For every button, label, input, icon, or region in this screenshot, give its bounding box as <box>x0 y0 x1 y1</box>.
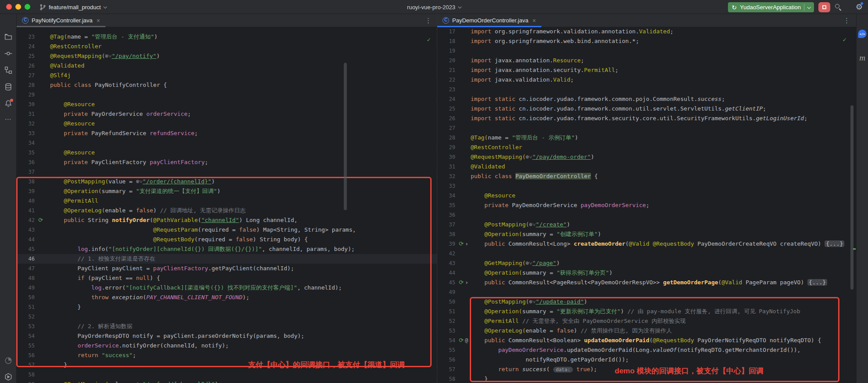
code-line[interactable]: 43 @GetMapping(⊕˅"/page") <box>437 258 856 268</box>
code-line[interactable]: 19 <box>437 46 856 56</box>
code-line[interactable]: 45 log.info("[notifyOrder][channelId({})… <box>17 244 437 254</box>
commit-icon[interactable] <box>4 50 12 57</box>
tab-paynotifycontroller[interactable]: C PayNotifyController.java × <box>17 14 105 27</box>
code-line[interactable]: 58 <box>17 370 437 379</box>
code-line[interactable]: 23 <box>437 85 856 94</box>
project-selector[interactable]: ruoyi-vue-pro-2023 <box>407 2 461 12</box>
notifications-icon[interactable] <box>4 100 12 107</box>
code-line[interactable]: 35 private PayDemoOrderService payDemoOr… <box>437 200 856 210</box>
scrollbar-thumb[interactable] <box>850 105 854 290</box>
code-line[interactable]: 18import org.springframework.web.bind.an… <box>437 36 856 46</box>
code-line[interactable]: 24@RestController <box>17 42 437 51</box>
code-line[interactable]: 51 @Operation(summary = "更新示例订单为已支付") //… <box>437 307 856 316</box>
code-line[interactable]: 52 <box>17 312 437 322</box>
fold-icon[interactable]: › <box>465 239 468 249</box>
code-line[interactable]: 46 // 1. 校验支付渠道是否存在 <box>17 254 437 264</box>
code-line[interactable]: 25@RequestMapping(⊕˅"/pay/notify") <box>17 51 437 61</box>
code-line[interactable]: 28@Tag(name = "管理后台 - 示例订单") <box>437 133 856 143</box>
code-line[interactable]: 59 @PostMapping(value = ⊕˅"/refund/{chan… <box>17 379 437 383</box>
code-line[interactable]: 32public class PayDemoOrderController { <box>437 172 856 181</box>
scrollbar-thumb[interactable] <box>344 63 347 210</box>
window-controls[interactable] <box>6 4 30 10</box>
code-line[interactable]: 31@Validated <box>437 162 856 172</box>
code-line[interactable]: 39 @Operation(summary = "支付渠道的统一【支付】回调") <box>17 186 437 196</box>
endpoint-icon[interactable]: ⟳ <box>459 278 464 287</box>
profiler-icon[interactable] <box>4 357 12 365</box>
code-line[interactable]: 54 PayOrderRespDTO notify = payClient.pa… <box>17 331 437 341</box>
fold-icon[interactable]: › <box>465 278 468 287</box>
code-line[interactable]: 45⟳› public CommonResult<PageResult<PayD… <box>437 278 856 287</box>
code-line[interactable]: 24import static cn.iocoder.yudao.framewo… <box>437 94 856 104</box>
code-line[interactable]: 56 return "success"; <box>17 351 437 360</box>
close-tab-icon[interactable]: × <box>97 17 100 24</box>
minimize-window-button[interactable] <box>15 4 21 10</box>
code-line[interactable]: 34 <box>17 138 437 148</box>
endpoint-icon[interactable]: ⟳ <box>459 336 464 345</box>
structure-icon[interactable] <box>4 66 12 74</box>
code-line[interactable]: 50 @PostMapping(⊕˅"/update-paid") <box>437 297 856 307</box>
code-line[interactable]: 29@RestController <box>437 143 856 152</box>
more-icon[interactable]: ⋯ <box>5 115 12 123</box>
code-line[interactable]: 37 <box>17 167 437 177</box>
code-line[interactable]: 27 <box>437 123 856 133</box>
code-line[interactable]: 30@RequestMapping(⊕˅"/pay/demo-order") <box>437 152 856 162</box>
code-line[interactable]: 34 @Resource <box>437 191 856 200</box>
maximize-window-button[interactable] <box>25 4 30 10</box>
code-line[interactable]: 28public class PayNotifyController { <box>17 80 437 90</box>
code-line[interactable]: 54⟳@ public CommonResult<Boolean> update… <box>437 336 856 345</box>
code-line[interactable]: 53 // 2. 解析通知数据 <box>17 322 437 331</box>
code-line[interactable]: 36 <box>437 210 856 220</box>
endpoint-icon[interactable]: ⟳ <box>38 215 43 225</box>
code-line[interactable]: 33 <box>437 181 856 191</box>
chevron-down-icon[interactable] <box>807 5 810 9</box>
code-line[interactable]: 33 private PayRefundService refundServic… <box>17 129 437 138</box>
code-line[interactable]: 21import javax.annotation.security.Permi… <box>437 65 856 75</box>
code-line[interactable]: 50 throw exception(PAY_CHANNEL_CLIENT_NO… <box>17 293 437 302</box>
settings-button[interactable]: ⚙ <box>856 2 863 12</box>
code-line[interactable]: 17import org.springframework.validation.… <box>437 27 856 36</box>
database-icon[interactable] <box>4 83 12 91</box>
code-line[interactable]: 29 <box>17 90 437 100</box>
code-line[interactable]: 30 @Resource <box>17 100 437 109</box>
code-line[interactable]: 55 orderService.notifyOrder(channelId, n… <box>17 341 437 351</box>
code-line[interactable]: 39⟳› public CommonResult<Long> createDem… <box>437 239 856 249</box>
code-line[interactable]: 22import javax.validation.Valid; <box>437 75 856 85</box>
code-line[interactable]: 23@Tag(name = "管理后台 - 支付通知") <box>17 32 437 42</box>
services-icon[interactable] <box>4 373 12 381</box>
tab-paydemoordercontroller[interactable]: C PayDemoOrderController.java × <box>437 14 541 27</box>
code-line[interactable]: 41 @OperateLog(enable = false) // 回调地址, … <box>17 206 437 215</box>
code-line[interactable]: 31 private PayOrderService orderService; <box>17 109 437 119</box>
code-line[interactable]: 36 private PayClientFactory payClientFac… <box>17 157 437 167</box>
code-line[interactable]: 35 @Resource <box>17 148 437 157</box>
code-line[interactable]: 47 PayClient payClient = payClientFactor… <box>17 264 437 273</box>
code-line[interactable]: 25import static cn.iocoder.yudao.framewo… <box>437 104 856 114</box>
editor-options-kebab-icon[interactable]: ⋮ <box>843 17 850 25</box>
code-line[interactable]: 37 @PostMapping(⊕˅"/create") <box>437 220 856 229</box>
at-icon[interactable]: @ <box>465 336 468 345</box>
close-window-button[interactable] <box>6 4 12 10</box>
inspections-ok-icon[interactable]: ✓ <box>427 36 431 43</box>
editor-options-kebab-icon[interactable]: ⋮ <box>425 17 432 25</box>
project-icon[interactable] <box>4 33 12 41</box>
code-line[interactable]: 44 @RequestBody(required = false) String… <box>17 235 437 244</box>
code-editor[interactable]: 17import org.springframework.validation.… <box>437 27 856 383</box>
close-tab-icon[interactable]: × <box>532 17 536 24</box>
code-line[interactable]: 49 <box>437 287 856 297</box>
code-line[interactable]: 32 @Resource <box>17 119 437 129</box>
code-line[interactable]: 40 @PermitAll <box>17 196 437 206</box>
code-line[interactable]: 49 log.error("[notifyCallback][渠道编号({}) … <box>17 283 437 293</box>
code-line[interactable]: 26import static cn.iocoder.yudao.framewo… <box>437 114 856 123</box>
code-line[interactable]: 26@Validated <box>17 61 437 71</box>
rerun-icon[interactable]: ↻ <box>732 4 737 11</box>
search-everywhere-button[interactable] <box>835 4 843 11</box>
endpoint-icon[interactable]: ⟳ <box>459 239 464 249</box>
code-line[interactable]: 53 @OperateLog(enable = false) // 禁用操作日志… <box>437 326 856 336</box>
code-line[interactable]: 38 @Operation(summary = "创建示例订单") <box>437 229 856 239</box>
code-line[interactable]: 27@Slf4j <box>17 71 437 80</box>
code-line[interactable]: 42⟳ public String notifyOrder(@PathVaria… <box>17 215 437 225</box>
code-line[interactable]: 51 } <box>17 302 437 312</box>
code-line[interactable]: 48 if (payClient == null) { <box>17 273 437 283</box>
run-configuration-widget[interactable]: ↻ YudaoServerApplication <box>728 2 814 12</box>
code-editor[interactable]: 23@Tag(name = "管理后台 - 支付通知")24@RestContr… <box>17 27 437 383</box>
code-line[interactable]: 43 @RequestParam(required = false) Map<S… <box>17 225 437 235</box>
